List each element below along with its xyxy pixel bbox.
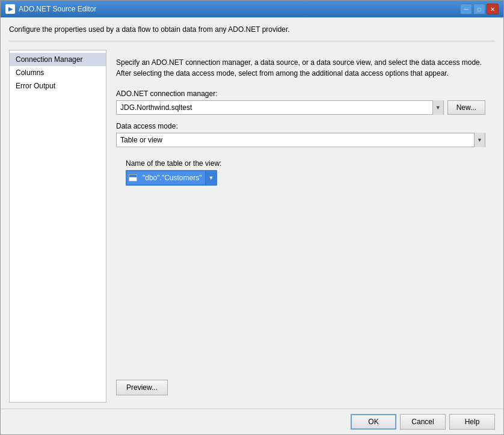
- sidebar-item-columns[interactable]: Columns: [10, 66, 106, 79]
- preview-area: Preview...: [116, 374, 485, 395]
- table-name-arrow[interactable]: ▼: [205, 171, 216, 184]
- table-name-value: "dbo"."Customers": [139, 172, 205, 183]
- connection-manager-arrow[interactable]: ▼: [432, 100, 443, 115]
- connection-manager-group: ADO.NET connection manager: JDG.Northwin…: [116, 90, 485, 115]
- content-panel: Specify an ADO.NET connection manager, a…: [106, 50, 495, 403]
- connection-manager-value: JDG.Northwind.sqltest: [117, 102, 432, 113]
- main-area: Connection Manager Columns Error Output …: [9, 50, 495, 403]
- sidebar-item-error-output[interactable]: Error Output: [10, 79, 106, 93]
- preview-button[interactable]: Preview...: [116, 380, 168, 395]
- data-access-dropdown[interactable]: Table or view ▼: [116, 133, 485, 147]
- data-access-group: Data access mode: Table or view ▼: [116, 122, 485, 147]
- table-name-label: Name of the table or the view:: [126, 159, 485, 168]
- connection-manager-dropdown[interactable]: JDG.Northwind.sqltest ▼: [116, 100, 444, 115]
- sidebar-item-connection-manager[interactable]: Connection Manager: [10, 53, 106, 66]
- table-name-group: Name of the table or the view: "dbo"."Cu…: [126, 159, 485, 186]
- title-bar-buttons: ─ □ ✕: [460, 4, 499, 14]
- ok-button[interactable]: OK: [351, 414, 396, 430]
- main-window: ▶ ADO.NET Source Editor ─ □ ✕ Configure …: [0, 0, 504, 435]
- title-bar: ▶ ADO.NET Source Editor ─ □ ✕: [1, 1, 503, 17]
- help-button[interactable]: Help: [449, 414, 495, 430]
- data-access-row: Table or view ▼: [116, 133, 485, 147]
- table-name-row: "dbo"."Customers" ▼: [126, 170, 485, 186]
- top-description: Configure the properties used by a data …: [9, 25, 495, 41]
- footer: OK Cancel Help: [1, 409, 503, 434]
- connection-manager-row: JDG.Northwind.sqltest ▼ New...: [116, 100, 485, 115]
- new-button[interactable]: New...: [447, 100, 485, 115]
- content-description: Specify an ADO.NET connection manager, a…: [116, 57, 485, 79]
- table-name-dropdown[interactable]: "dbo"."Customers" ▼: [126, 170, 217, 186]
- cancel-button[interactable]: Cancel: [400, 414, 446, 430]
- maximize-button[interactable]: □: [473, 4, 485, 14]
- window-icon: ▶: [5, 4, 15, 14]
- data-access-value: Table or view: [117, 135, 474, 145]
- window-title: ADO.NET Source Editor: [19, 5, 460, 13]
- data-access-label: Data access mode:: [116, 122, 485, 130]
- table-icon: [127, 171, 139, 184]
- window-content: Configure the properties used by a data …: [1, 17, 503, 409]
- close-button[interactable]: ✕: [487, 4, 499, 14]
- connection-manager-label: ADO.NET connection manager:: [116, 90, 485, 98]
- sidebar: Connection Manager Columns Error Output: [9, 50, 106, 403]
- data-access-arrow[interactable]: ▼: [474, 133, 485, 147]
- minimize-button[interactable]: ─: [460, 4, 472, 14]
